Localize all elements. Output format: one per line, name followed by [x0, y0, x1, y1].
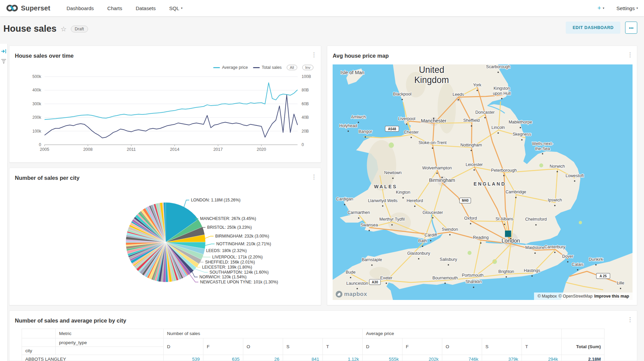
pivot-cell: 294k [522, 355, 562, 361]
map-city-dot [382, 205, 384, 207]
improve-map-link[interactable]: Improve this map [594, 294, 629, 299]
map-place-label: Dunkirk [589, 257, 603, 262]
mapbox-attribution[interactable]: © Mapbox [537, 294, 557, 299]
kebab-menu-icon[interactable]: ⋮ [627, 52, 633, 58]
edit-dashboard-button[interactable]: EDIT DASHBOARD [566, 22, 620, 34]
pivot-col-header: F [402, 338, 442, 355]
new-item-button[interactable]: + ▾ [597, 4, 605, 12]
pivot-row-city: ABBOTS LANGLEY [22, 355, 164, 361]
map-place-label: Bude [346, 270, 356, 275]
map-city-dot [471, 150, 472, 151]
map-city-dot [371, 265, 373, 266]
legend-pill-inv[interactable]: Inv [302, 65, 313, 70]
map-city-dot [422, 246, 423, 247]
map-place-label: Merthyr Tydfil [379, 217, 404, 222]
map-city-dot [448, 264, 449, 266]
svg-text:2005: 2005 [40, 147, 49, 152]
filter-icon[interactable] [1, 59, 6, 64]
map-place-label: Bangor [359, 129, 372, 134]
legend-swatch [213, 67, 220, 68]
svg-text:40B: 40B [302, 115, 309, 120]
map-place-label: Maidstone [525, 245, 545, 250]
chart-card-house-sales-over-time: House sales over time ⋮ Average priceTot… [9, 46, 321, 163]
map-canvas: UnitedKingdomIsle of ManScarboroughYorkL… [333, 64, 633, 300]
road-badge-label: A30 [372, 280, 378, 284]
series-average-price [45, 83, 298, 119]
kebab-menu-icon[interactable]: ⋮ [311, 174, 317, 180]
map-place-label: Liverpool [398, 116, 415, 121]
map-city-dot [531, 275, 533, 277]
pivot-col-header: D [164, 338, 203, 355]
chart-title: Avg house price map [333, 53, 389, 59]
pie-label-leader [184, 200, 189, 207]
map-place-label: Kington [396, 190, 411, 195]
map-city-dot [365, 136, 366, 138]
map-city-dot [430, 240, 431, 241]
pivot-col-header: T [323, 338, 363, 355]
legend-item[interactable]: Total sales [253, 65, 282, 70]
map-place-label: Cardigan [336, 196, 353, 201]
map-place-label: Carmarthen [347, 210, 370, 215]
legend-item[interactable]: Average price [213, 65, 248, 70]
pivot-cell: 202k [402, 355, 442, 361]
pivot-cell: 379k [482, 355, 522, 361]
map-place-label: ENGLAND [474, 181, 506, 187]
map-place-label: Dover [562, 254, 573, 259]
mapbox-icon [335, 290, 343, 298]
nav-item-sql[interactable]: SQL ▾ [169, 5, 183, 11]
mapbox-map[interactable]: UnitedKingdomIsle of ManScarboroughYorkL… [333, 64, 633, 300]
nav-item-datasets[interactable]: Datasets [136, 5, 156, 11]
map-place-label: Lincoln [492, 125, 505, 130]
map-city-dot [554, 252, 556, 253]
legend-pill-all[interactable]: All [287, 65, 297, 70]
nav-menu: Dashboards Charts Datasets SQL ▾ [66, 5, 183, 11]
chart-legend: Average priceTotal salesAllInv [213, 65, 313, 70]
map-city-dot [347, 131, 349, 132]
chevron-down-icon: ▾ [603, 7, 605, 10]
nav-item-charts[interactable]: Charts [107, 5, 122, 11]
mapbox-logo[interactable]: mapbox [335, 290, 367, 298]
svg-text:20B: 20B [302, 129, 309, 134]
brand-name: Superset [21, 4, 50, 12]
svg-text:300k: 300k [32, 102, 41, 106]
map-place-label: Oxford [464, 216, 477, 221]
map-place-label: Launceston [346, 280, 368, 285]
map-city-dot [369, 230, 370, 231]
pivot-col-header: S [482, 338, 522, 355]
map-place-label: Blackpool [393, 91, 411, 96]
map-place-label: Nottingham [460, 142, 482, 147]
map-city-dot [477, 90, 478, 91]
series-total-sales [45, 95, 298, 138]
svg-text:80B: 80B [302, 88, 309, 92]
kebab-menu-icon[interactable]: ⋮ [627, 317, 633, 323]
pivot-property-type-header: property_type [56, 338, 164, 347]
expand-filter-bar-icon[interactable] [1, 49, 7, 54]
pivot-cell: 841 [283, 355, 323, 361]
pie-label-leader [192, 272, 198, 277]
superset-logo[interactable]: Superset [6, 4, 50, 12]
map-city-dot [554, 205, 556, 206]
chart-title: Number of sales and average price by cit… [15, 317, 126, 324]
kebab-menu-icon[interactable]: ⋮ [311, 52, 317, 58]
map-city-dot [521, 139, 523, 140]
nav-item-dashboards[interactable]: Dashboards [66, 5, 94, 11]
map-city-dot [444, 283, 446, 284]
svg-text:0: 0 [302, 142, 304, 147]
osm-attribution[interactable]: © OpenStreetMap [559, 294, 593, 299]
map-place-label: Canterbury [544, 244, 566, 249]
svg-text:2008: 2008 [83, 147, 93, 152]
map-data-marker[interactable] [505, 230, 511, 237]
more-options-button[interactable]: ••• [625, 22, 637, 34]
map-place-label: Swansea [361, 222, 379, 227]
settings-menu[interactable]: Settings ▾ [616, 5, 638, 11]
time-series-chart[interactable]: 00100k20B200k40B300k60B400k80B500k100B20… [15, 71, 316, 156]
chart-title: House sales over time [15, 53, 74, 59]
map-city-dot [498, 72, 499, 73]
map-city-dot [520, 127, 521, 128]
pivot-col-header: T [522, 338, 562, 355]
map-city-dot [358, 122, 359, 123]
pivot-group-header: Number of sales [164, 329, 363, 338]
pie-chart[interactable]: LONDON: 1.18M (15.26%)MANCHESTER: 267k (… [15, 189, 316, 300]
map-city-dot [506, 276, 507, 278]
favorite-star-icon[interactable]: ☆ [61, 25, 67, 33]
